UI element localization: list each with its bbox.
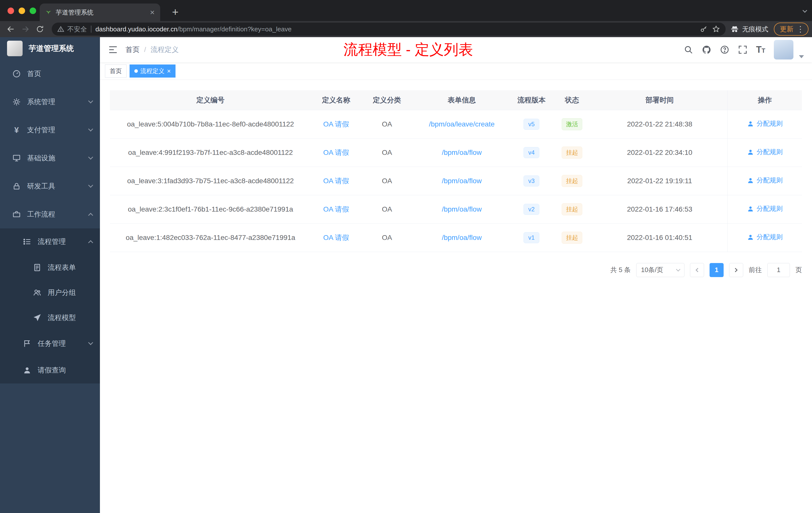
- column-header-version: 流程版本: [511, 90, 552, 110]
- sidebar-item-label: 用户分组: [48, 288, 92, 297]
- sidebar-item-label: 工作流程: [27, 210, 89, 219]
- search-icon[interactable]: [684, 45, 693, 55]
- cell-actions: 分配规则: [728, 195, 802, 223]
- sidebar-item-workflow[interactable]: 工作流程: [0, 200, 100, 229]
- assign-rule-link[interactable]: 分配规则: [747, 176, 783, 185]
- browser-update-button[interactable]: 更新 ⋮: [774, 23, 809, 36]
- form-link[interactable]: /bpm/oa/flow: [442, 177, 482, 185]
- user-icon: [747, 177, 754, 184]
- assign-rule-link[interactable]: 分配规则: [747, 119, 783, 128]
- form-link[interactable]: /bpm/oa/leave/create: [429, 120, 495, 128]
- sidebar-item-process-form[interactable]: 流程表单: [0, 255, 100, 280]
- fullscreen-icon[interactable]: [738, 45, 748, 55]
- definition-name-link[interactable]: OA 请假: [323, 205, 349, 213]
- assign-rule-label: 分配规则: [756, 119, 783, 128]
- hamburger-icon[interactable]: [108, 45, 118, 55]
- page-size-select[interactable]: 10条/页: [636, 263, 685, 277]
- sidebar-item-task-management[interactable]: 任务管理: [0, 330, 100, 357]
- divider: [91, 26, 91, 33]
- page-size-value: 10条/页: [641, 266, 663, 274]
- form-link[interactable]: /bpm/oa/flow: [442, 234, 482, 241]
- goto-page-input[interactable]: [767, 263, 790, 277]
- definition-name-link[interactable]: OA 请假: [323, 234, 349, 241]
- assign-rule-link[interactable]: 分配规则: [747, 204, 783, 213]
- window-close-button[interactable]: [7, 7, 14, 14]
- column-header-category: 定义分类: [361, 90, 413, 110]
- logo-avatar: [7, 41, 23, 56]
- cell-definition-name: OA 请假: [311, 223, 361, 252]
- assign-rule-link[interactable]: 分配规则: [747, 233, 783, 241]
- definition-name-link[interactable]: OA 请假: [323, 177, 349, 185]
- column-header-status: 状态: [552, 90, 592, 110]
- password-key-icon[interactable]: [700, 25, 707, 33]
- cell-category: OA: [361, 223, 413, 252]
- tag-process-definition[interactable]: 流程定义 ×: [129, 64, 175, 78]
- github-icon[interactable]: [702, 45, 711, 55]
- prev-page-button[interactable]: [690, 263, 704, 277]
- tab-search-chevron-icon[interactable]: [803, 8, 807, 13]
- sidebar-item-infrastructure[interactable]: 基础设施: [0, 144, 100, 172]
- assign-rule-link[interactable]: 分配规则: [747, 148, 783, 156]
- cell-form-info: /bpm/oa/flow: [413, 223, 511, 252]
- bookmark-star-icon[interactable]: [712, 25, 720, 33]
- cell-form-info: /bpm/oa/flow: [413, 167, 511, 195]
- sidebar-item-label: 支付管理: [27, 125, 89, 135]
- current-page-button[interactable]: 1: [709, 263, 724, 277]
- reload-icon[interactable]: [33, 22, 47, 36]
- main-content: 首页 / 流程定义 流程模型 - 定义列表 TT 首页 流程定义: [100, 37, 812, 513]
- version-badge: v4: [523, 147, 539, 158]
- user-icon: [747, 120, 754, 127]
- definition-name-link[interactable]: OA 请假: [323, 149, 349, 156]
- tag-home[interactable]: 首页: [105, 64, 126, 78]
- sidebar-item-process-model[interactable]: 流程模型: [0, 305, 100, 330]
- tab-close-icon[interactable]: ×: [150, 8, 155, 16]
- cell-version: v2: [511, 195, 552, 223]
- tag-close-icon[interactable]: ×: [167, 68, 171, 74]
- cell-status: 挂起: [552, 167, 592, 195]
- version-badge: v1: [523, 232, 539, 243]
- sidebar-item-user-group[interactable]: 用户分组: [0, 280, 100, 305]
- avatar-caret-icon[interactable]: [799, 55, 804, 58]
- sidebar-item-leave-query[interactable]: 请假查询: [0, 357, 100, 384]
- cell-status: 挂起: [552, 138, 592, 167]
- browser-tab-strip: 芋道管理系统 × +: [0, 0, 812, 21]
- column-header-deploy-time: 部署时间: [592, 90, 727, 110]
- cell-deploy-time: 2022-01-16 01:40:51: [592, 223, 727, 252]
- yen-icon: ¥: [11, 125, 22, 135]
- form-link[interactable]: /bpm/oa/flow: [442, 149, 482, 156]
- user-avatar[interactable]: [774, 40, 793, 59]
- window-minimize-button[interactable]: [19, 7, 25, 14]
- browser-menu-dots-icon[interactable]: ⋮: [796, 24, 805, 34]
- next-page-button[interactable]: [729, 263, 743, 277]
- table-row: oa_leave:4:991f2193-7b7f-11ec-a3c8-acde4…: [110, 138, 802, 167]
- back-icon[interactable]: [3, 22, 18, 36]
- forward-icon[interactable]: [18, 22, 33, 36]
- incognito-badge: 无痕模式: [730, 25, 768, 34]
- security-label[interactable]: 不安全: [67, 25, 87, 34]
- definition-name-link[interactable]: OA 请假: [323, 120, 349, 128]
- cell-actions: 分配规则: [728, 138, 802, 167]
- gauge-icon: [11, 69, 22, 79]
- window-zoom-button[interactable]: [30, 7, 36, 14]
- navbar-actions: TT: [684, 40, 804, 59]
- breadcrumb-home[interactable]: 首页: [125, 45, 140, 55]
- sidebar-item-process-management[interactable]: 流程管理: [0, 229, 100, 255]
- font-size-icon[interactable]: TT: [756, 44, 765, 55]
- sidebar-item-system[interactable]: 系统管理: [0, 88, 100, 116]
- chevron-up-icon: [88, 240, 93, 245]
- url-text: dashboard.yudao.iocoder.cn/bpm/manager/d…: [95, 25, 700, 33]
- sidebar-item-payment[interactable]: ¥ 支付管理: [0, 116, 100, 144]
- sidebar-item-dev-tools[interactable]: 研发工具: [0, 172, 100, 200]
- sidebar-item-home[interactable]: 首页: [0, 60, 100, 88]
- browser-tab[interactable]: 芋道管理系统 ×: [40, 3, 160, 21]
- help-icon[interactable]: [720, 45, 729, 55]
- address-bar[interactable]: 不安全 dashboard.yudao.iocoder.cn/bpm/manag…: [52, 23, 726, 36]
- sidebar-item-label: 请假查询: [38, 365, 92, 375]
- update-label: 更新: [780, 25, 793, 34]
- app-title: 芋道管理系统: [29, 43, 74, 54]
- form-link[interactable]: /bpm/oa/flow: [442, 205, 482, 213]
- sidebar-submenu-workflow: 流程管理 流程表单 用户分组 流程模型: [0, 229, 100, 384]
- lock-icon: [11, 181, 22, 191]
- chevron-down-icon: [88, 98, 93, 103]
- new-tab-button[interactable]: +: [168, 4, 183, 20]
